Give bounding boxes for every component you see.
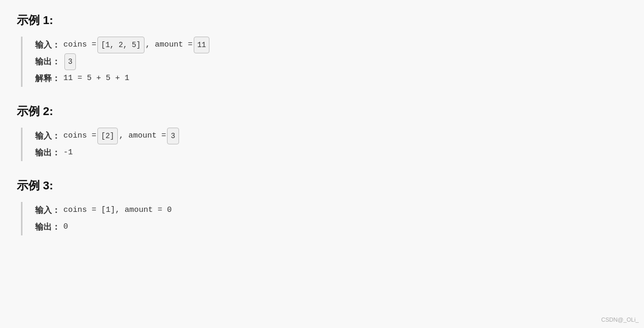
row-part-3-1-1: coins = [1], amount = 0: [63, 202, 172, 218]
row-label-3-1: 输入：: [35, 202, 60, 219]
row-part-2-1-2: [2]: [97, 128, 118, 144]
row-part-3-2-1: 0: [63, 219, 68, 235]
row-part-2-1-4: 3: [167, 128, 179, 144]
row-part-2-1-1: coins =: [63, 128, 96, 144]
example-block-1: 输入：coins = [1, 2, 5], amount = 11输出：3解释：…: [21, 37, 627, 87]
row-label-2-1: 输入：: [35, 128, 60, 144]
row-part-1-2-1: 3: [64, 53, 76, 70]
watermark: CSDN@_OLi_: [601, 316, 639, 323]
row-label-1-1: 输入：: [35, 37, 60, 53]
example-block-3: 输入：coins = [1], amount = 0输出：0: [21, 202, 627, 235]
example-section-1: 示例 1:输入：coins = [1, 2, 5], amount = 11输出…: [17, 13, 627, 87]
example-row-2-1: 输入：coins = [2], amount = 3: [35, 128, 627, 144]
row-part-1-3-1: 11 = 5 + 5 + 1: [63, 71, 129, 86]
section-title-1: 示例 1:: [17, 13, 627, 28]
example-row-2-2: 输出：-1: [35, 144, 627, 161]
example-row-3-1: 输入：coins = [1], amount = 0: [35, 202, 627, 219]
example-row-1-3: 解释：11 = 5 + 5 + 1: [35, 70, 627, 87]
section-title-2: 示例 2:: [17, 104, 627, 119]
row-part-1-1-3: , amount =: [146, 37, 193, 53]
row-label-3-2: 输出：: [35, 219, 60, 235]
row-label-1-3: 解释：: [35, 70, 60, 87]
example-section-3: 示例 3:输入：coins = [1], amount = 0输出：0: [17, 178, 627, 235]
row-part-1-1-2: [1, 2, 5]: [97, 37, 145, 53]
example-row-1-1: 输入：coins = [1, 2, 5], amount = 11: [35, 37, 627, 53]
row-part-1-1-1: coins =: [63, 37, 96, 53]
section-title-3: 示例 3:: [17, 178, 627, 194]
row-part-1-1-4: 11: [194, 37, 210, 53]
row-label-2-2: 输出：: [35, 144, 60, 161]
row-part-2-2-1: -1: [63, 145, 73, 161]
example-row-1-2: 输出：3: [35, 53, 627, 70]
example-block-2: 输入：coins = [2], amount = 3输出：-1: [21, 128, 627, 161]
example-section-2: 示例 2:输入：coins = [2], amount = 3输出：-1: [17, 104, 627, 161]
example-row-3-2: 输出：0: [35, 219, 627, 235]
row-part-2-1-3: , amount =: [119, 128, 166, 144]
row-label-1-2: 输出：: [35, 53, 60, 70]
